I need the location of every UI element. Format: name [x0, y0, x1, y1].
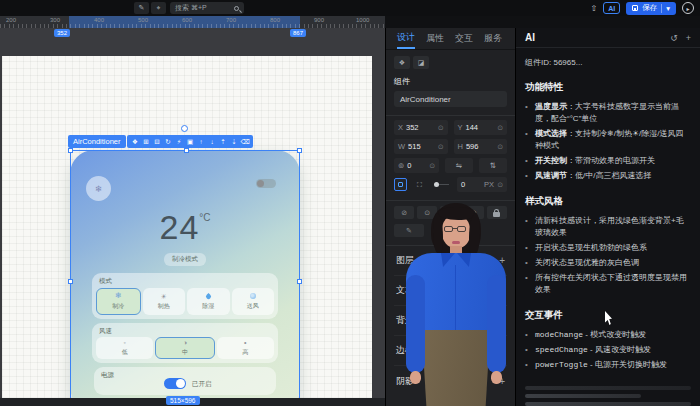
ai-panel: AI ↺ + 组件概述 组件ID: 56965... 功能特性 •温度显示：大字…: [515, 28, 700, 406]
corner-radius-field[interactable]: 0 PX ⊙: [457, 177, 507, 192]
snowflake-chip[interactable]: ❄: [86, 176, 111, 201]
subtract-icon[interactable]: ⊟: [152, 136, 162, 147]
presenter-hair-right: [469, 213, 480, 255]
ruler-tick-label: 1000: [356, 17, 369, 23]
height-field[interactable]: H 596 ⊙: [454, 139, 508, 154]
power-section: 电源 已开启: [94, 367, 276, 395]
eye-icon[interactable]: ⊙: [497, 143, 503, 151]
x-position-field[interactable]: X 352 ⊙: [394, 120, 448, 135]
save-icon: [632, 5, 638, 11]
speed-option-low[interactable]: ◦ 低: [96, 337, 153, 359]
tab-services[interactable]: 服务: [484, 28, 502, 49]
chevron-down-icon[interactable]: ▾: [666, 4, 670, 13]
frame-icon[interactable]: ▣: [185, 136, 195, 147]
power-toggle[interactable]: [164, 378, 186, 389]
arrow-up-icon[interactable]: ↑: [196, 136, 206, 147]
presenter-arm-right: [487, 275, 506, 373]
mode-option-cool[interactable]: ❄ 制冷: [96, 288, 141, 315]
speed-section-label: 风速: [99, 327, 112, 336]
selection-handle[interactable]: [68, 148, 73, 153]
bring-front-icon[interactable]: ⇡: [218, 136, 228, 147]
send-back-icon[interactable]: ⇣: [229, 136, 239, 147]
independent-corners-button[interactable]: ⛶: [413, 181, 426, 189]
extra-switch-toggle[interactable]: [256, 179, 276, 188]
search-input[interactable]: 搜索 ⌘+P: [170, 2, 244, 14]
speed-section: 风速 ◦ 低 ◑ 中 • 高: [92, 323, 278, 363]
mode-option-label: 除湿: [202, 302, 214, 311]
presenter-hand-left: [410, 371, 421, 384]
tab-design[interactable]: 设计: [397, 28, 415, 49]
mode-option-label: 制冷: [112, 302, 124, 311]
mode-option-fan[interactable]: 送风: [232, 288, 275, 315]
component-name-input[interactable]: AirConditioner: [394, 91, 507, 107]
eye-icon[interactable]: ⊙: [438, 143, 444, 151]
instance-button[interactable]: ◪: [413, 56, 429, 69]
canvas-grid[interactable]: ❄ 24°C 制冷模式 模式 ❄ 制冷 ☀: [2, 56, 372, 398]
w-label: W: [398, 142, 405, 151]
share-icon[interactable]: ⇧: [591, 4, 598, 13]
feature-item: •风速调节：低/中/高三档风速选择: [525, 170, 691, 182]
style-item: •清新科技感设计，采用浅绿色渐变背景+毛玻璃效果: [525, 215, 691, 239]
save-button[interactable]: 保存 ▾: [626, 2, 676, 15]
mode-status-badge: 制冷模式: [164, 253, 206, 266]
component-icon: ❖: [399, 59, 405, 67]
feature-item: •开关控制：带滑动效果的电源开关: [525, 155, 691, 167]
ruler-tick-label: 500: [138, 17, 148, 23]
record-button[interactable]: ▸: [682, 2, 694, 14]
tab-properties[interactable]: 属性: [426, 28, 444, 49]
toggle-knob: [257, 180, 264, 187]
flip-vertical-button[interactable]: ⇅: [479, 158, 507, 173]
history-icon[interactable]: ↺: [670, 33, 678, 43]
lightning-icon[interactable]: ⚡: [174, 136, 184, 147]
ai-chat-scroll[interactable]: 组件概述 组件ID: 56965... 功能特性 •温度显示：大字号科技感数字显…: [516, 48, 700, 406]
rotation-handle[interactable]: [181, 125, 188, 132]
corner-radius-slider[interactable]: [432, 178, 451, 191]
speed-medium-icon: ◑: [183, 339, 187, 346]
temperature-value: 24: [159, 208, 199, 246]
ai-toggle-button[interactable]: AI: [603, 2, 620, 14]
new-chat-icon[interactable]: +: [686, 33, 691, 43]
feature-item: •温度显示：大字号科技感数字显示当前温度，配合“°C”单位: [525, 101, 691, 125]
create-component-button[interactable]: ❖: [394, 56, 410, 69]
rotation-field[interactable]: ⊚ 0 ⊙: [394, 158, 439, 173]
style-heading: 样式风格: [525, 195, 691, 208]
refresh-icon[interactable]: ↻: [163, 136, 173, 147]
width-field[interactable]: W 515 ⊙: [394, 139, 448, 154]
mode-option-heat[interactable]: ☀ 制热: [143, 288, 186, 315]
flip-horizontal-button[interactable]: ⇋: [445, 158, 473, 173]
selection-toolbar: ❖ ⊞ ⊟ ↻ ⚡ ▣ ↑ ↓ ⇡ ⇣ ⌫: [127, 135, 253, 148]
eye-icon[interactable]: ⊙: [438, 124, 444, 132]
speed-option-high[interactable]: • 高: [217, 337, 274, 359]
panel-tabs: 设计 属性 交互 服务: [386, 28, 515, 50]
canvas-viewport[interactable]: ❄ 24°C 制冷模式 模式 ❄ 制冷 ☀: [0, 28, 385, 406]
event-item: •modeChange - 模式改变时触发: [525, 329, 691, 341]
selection-name-chip[interactable]: AirConditioner: [68, 135, 126, 148]
corner-radius-mode-button[interactable]: [394, 178, 407, 191]
copy-icon[interactable]: ⊞: [141, 136, 151, 147]
ruler-tick-label: 900: [314, 17, 324, 23]
eye-icon[interactable]: ⊙: [429, 162, 435, 170]
air-conditioner-card[interactable]: ❄ 24°C 制冷模式 模式 ❄ 制冷 ☀: [70, 150, 300, 406]
mode-option-label: 制热: [158, 302, 170, 311]
divider: [386, 200, 515, 201]
component-icon[interactable]: ❖: [130, 136, 140, 147]
fan-icon: [250, 293, 256, 299]
arrow-down-icon[interactable]: ↓: [207, 136, 217, 147]
sun-icon: ☀: [161, 293, 167, 300]
presenter-placket: [455, 265, 456, 335]
y-position-field[interactable]: Y 144 ⊙: [454, 120, 508, 135]
slider-knob[interactable]: [434, 182, 439, 187]
ruler-tick-label: 700: [226, 17, 236, 23]
power-status-text: 已开启: [192, 380, 212, 389]
selection-handle[interactable]: [297, 148, 302, 153]
eye-icon[interactable]: ⊙: [497, 181, 503, 189]
speed-option-medium[interactable]: ◑ 中: [155, 337, 214, 359]
mode-option-dry[interactable]: 除湿: [187, 288, 230, 315]
trash-icon[interactable]: ⌫: [240, 136, 250, 147]
tab-interaction[interactable]: 交互: [455, 28, 473, 49]
flip-vertical-icon: ⇅: [490, 161, 496, 170]
wand-tool-button[interactable]: ⌖: [151, 2, 166, 14]
pen-tool-button[interactable]: ✎: [134, 2, 149, 14]
y-value: 144: [466, 123, 495, 132]
eye-icon[interactable]: ⊙: [497, 124, 503, 132]
